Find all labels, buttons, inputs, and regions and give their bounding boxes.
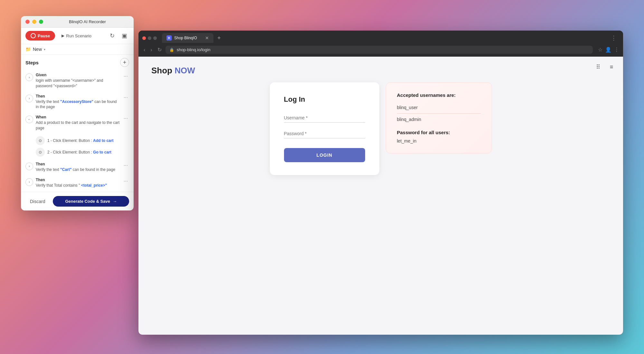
close-button[interactable] (25, 20, 30, 24)
step-then-cart-keyword: Then (36, 162, 120, 166)
forward-button[interactable]: › (149, 46, 153, 54)
step-when-text: Add a product to the cart and navigate t… (36, 120, 120, 131)
password-title: Password for all users: (397, 130, 481, 135)
address-text: shop-blinq.io/login (177, 47, 589, 52)
recorder-toolbar: Pause ▶ Run Scenario ↻ ▣ (21, 28, 134, 44)
browser-tab-active[interactable]: B Shop BlinqIO ✕ (162, 33, 213, 43)
step-given-chevron[interactable]: › (25, 73, 33, 81)
login-area: Log In LOGIN Accepted usernames are: bli… (138, 82, 623, 175)
info-card: Accepted usernames are: blinq_user blinq… (386, 82, 492, 154)
step-given-more[interactable]: ··· (122, 73, 129, 79)
steps-header: Steps + (21, 55, 134, 69)
profile-icon[interactable]: 👤 (605, 47, 611, 53)
step-then-accessory-chevron[interactable]: › (25, 95, 33, 102)
play-icon: ▶ (62, 33, 64, 38)
reload-button[interactable]: ↻ (156, 45, 163, 54)
step-then-total-chevron[interactable]: › (25, 178, 33, 186)
minimize-button[interactable] (32, 20, 36, 24)
run-label: Run Scenario (66, 33, 91, 38)
password-field (284, 129, 365, 138)
recorder-titlebar: BlinqIO AI Recorder (21, 16, 134, 28)
tab-close-button[interactable]: ✕ (205, 35, 209, 41)
steps-title: Steps (25, 60, 39, 65)
maximize-button[interactable] (39, 20, 43, 24)
add-to-cart-link: Add to cart (93, 138, 113, 143)
refresh-button[interactable]: ↻ (108, 31, 117, 41)
recorder-title: BlinqIO AI Recorder (69, 19, 106, 24)
step-then-accessory-more[interactable]: ··· (122, 95, 129, 100)
arrow-right-icon: → (113, 199, 117, 204)
step-then-cart-more[interactable]: ··· (122, 163, 129, 168)
step-given-text: login with username "<username>" and pas… (36, 78, 120, 89)
cart-link: "Cart" (60, 167, 71, 172)
browser-actions: ☆ 👤 ⋮ (598, 47, 619, 53)
sub-steps-when: ⊙ 1 - Click Element: Button : Add to car… (21, 134, 134, 159)
tab-favicon: B (166, 35, 172, 41)
browser-addressbar: ‹ › ↻ 🔒 shop-blinq.io/login ☆ 👤 ⋮ (138, 43, 623, 57)
go-to-cart-link: Go to cart (93, 150, 111, 154)
run-scenario-button[interactable]: ▶ Run Scenario (58, 31, 95, 41)
step-then-accessory: › Then Verify the text "AccessoryStore" … (21, 91, 134, 113)
browser-close[interactable] (142, 36, 146, 40)
browser-maximize[interactable] (153, 36, 157, 40)
browser-chrome: B Shop BlinqIO ✕ + ⋮ ‹ › ↻ 🔒 shop-blinq.… (138, 31, 623, 57)
step-then-total-keyword: Then (36, 178, 120, 182)
step-then-total: › Then Verify that Total contains " <tot… (21, 175, 134, 191)
accessory-link: "AccessoryStore" (60, 99, 93, 104)
username-input[interactable] (284, 113, 365, 123)
browser-tabs: B Shop BlinqIO ✕ + ⋮ (138, 31, 623, 43)
star-icon[interactable]: ☆ (598, 47, 602, 53)
sub-step-2-icon: ⊙ (36, 148, 45, 157)
sub-step-1-text: 1 - Click Element: Button : Add to cart (47, 138, 113, 143)
login-button[interactable]: LOGIN (284, 148, 365, 162)
browser-page-content: ⠿ ≡ Shop NOW Log In LOGIN Accepted (138, 57, 623, 335)
sub-step-1-icon: ⊙ (36, 136, 45, 145)
step-when: › When Add a product to the cart and nav… (21, 112, 134, 134)
browser-settings-icon[interactable]: ⋮ (614, 47, 619, 53)
new-label: New (33, 47, 42, 52)
shop-text: Shop (151, 66, 175, 75)
generate-button[interactable]: Generate Code & Save → (53, 196, 129, 207)
chevron-down-icon: ▾ (44, 48, 45, 51)
pause-button[interactable]: Pause (25, 31, 55, 41)
sub-step-2-text: 2 - Click Element: Button : Go to cart (47, 150, 111, 154)
steps-list: › Given login with username "<username>"… (21, 69, 134, 192)
username-blinq-user: blinq_user (397, 103, 481, 112)
back-button[interactable]: ‹ (142, 46, 147, 54)
step-given: › Given login with username "<username>"… (21, 70, 134, 91)
password-value: let_me_in (397, 138, 481, 144)
address-bar[interactable]: 🔒 shop-blinq.io/login (166, 46, 593, 54)
login-card: Log In LOGIN (270, 82, 379, 175)
browser-traffic-lights (142, 36, 157, 40)
generate-label: Generate Code & Save (65, 199, 110, 204)
new-tab-button[interactable]: + (215, 33, 223, 43)
recorder-footer: Discard Generate Code & Save → (21, 192, 134, 210)
lock-icon: 🔒 (169, 48, 174, 52)
browser-more-button[interactable]: ⋮ (611, 34, 617, 42)
step-when-chevron[interactable]: › (25, 116, 33, 123)
step-then-accessory-keyword: Then (36, 94, 120, 98)
step-then-total-more[interactable]: ··· (122, 178, 129, 184)
password-input[interactable] (284, 129, 365, 138)
new-bar: 📁 New ▾ (21, 44, 134, 55)
step-then-cart-chevron[interactable]: › (25, 163, 33, 170)
grid-icon[interactable]: ⠿ (593, 62, 603, 72)
step-when-more[interactable]: ··· (122, 116, 129, 121)
pause-label: Pause (38, 33, 50, 38)
pause-icon (31, 33, 36, 38)
info-separator-1 (397, 113, 481, 114)
total-price-link: <total_price>" (81, 183, 107, 188)
step-then-cart: › Then Verify the text "Cart" can be fou… (21, 159, 134, 175)
shop-now-text: NOW (175, 66, 195, 75)
username-blinq-admin: blinq_admin (397, 115, 481, 124)
add-step-button[interactable]: + (120, 58, 129, 67)
folder-icon: 📁 (25, 47, 31, 52)
discard-button[interactable]: Discard (25, 196, 50, 207)
filter-icon[interactable]: ≡ (606, 62, 617, 72)
tab-title: Shop BlinqIO (174, 36, 197, 40)
browser-window: B Shop BlinqIO ✕ + ⋮ ‹ › ↻ 🔒 shop-blinq.… (138, 31, 623, 335)
login-title: Log In (284, 95, 365, 104)
step-then-total-text: Verify that Total contains " <total_pric… (36, 183, 120, 188)
layout-button[interactable]: ▣ (120, 31, 129, 41)
browser-minimize[interactable] (148, 36, 151, 40)
